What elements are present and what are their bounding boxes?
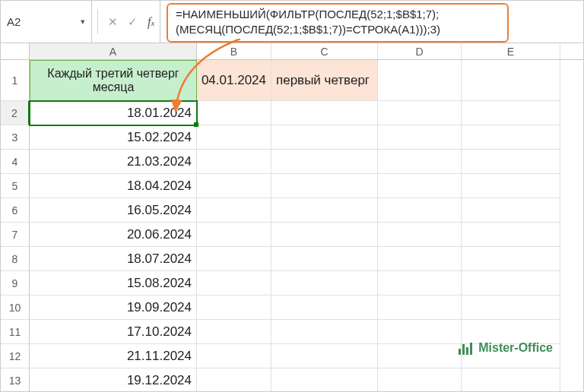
cell-D4[interactable] — [378, 150, 462, 174]
cell-A4[interactable]: 21.03.2024 — [30, 150, 197, 174]
cell-D10[interactable] — [378, 296, 462, 320]
cell-B4[interactable] — [197, 150, 271, 174]
cell-E2[interactable] — [462, 101, 560, 125]
cell-E1[interactable] — [462, 60, 560, 101]
cell-B7[interactable] — [197, 223, 271, 247]
watermark-text: Mister-Office — [478, 341, 553, 355]
col-header-B[interactable]: B — [197, 43, 271, 59]
formula-input[interactable]: =НАИМЕНЬШИЙ(ФИЛЬТР(ПОСЛЕД(52;1;$B$1;7); … — [160, 1, 583, 43]
cell-C9[interactable] — [271, 271, 378, 296]
select-all-corner[interactable] — [1, 43, 30, 59]
cell-B10[interactable] — [197, 296, 271, 320]
row-header-1[interactable]: 1 — [1, 60, 30, 101]
row-2: 18.01.2024 — [30, 101, 583, 125]
row-5: 18.04.2024 — [30, 174, 583, 198]
row-header-4[interactable]: 4 — [1, 150, 30, 174]
row-header-6[interactable]: 6 — [1, 198, 30, 223]
cell-A9[interactable]: 15.08.2024 — [30, 271, 197, 296]
cell-D9[interactable] — [378, 271, 462, 296]
bars-icon — [459, 341, 474, 355]
cell-A11[interactable]: 17.10.2024 — [30, 320, 197, 344]
chevron-down-icon[interactable]: ▾ — [81, 17, 85, 27]
row-header-10[interactable]: 10 — [1, 296, 30, 320]
cell-D7[interactable] — [378, 223, 462, 247]
col-header-C[interactable]: C — [271, 43, 378, 59]
cell-A3[interactable]: 15.02.2024 — [30, 125, 197, 150]
row-header-8[interactable]: 8 — [1, 247, 30, 271]
cell-A6[interactable]: 16.05.2024 — [30, 198, 197, 223]
col-header-E[interactable]: E — [462, 43, 560, 59]
col-header-A[interactable]: A — [30, 43, 197, 59]
row-header-5[interactable]: 5 — [1, 174, 30, 198]
cell-B12[interactable] — [197, 344, 271, 368]
cell-B5[interactable] — [197, 174, 271, 198]
cell-E3[interactable] — [462, 125, 560, 150]
name-box[interactable]: A2 ▾ — [1, 1, 92, 43]
cell-D5[interactable] — [378, 174, 462, 198]
cell-E13[interactable] — [462, 368, 560, 392]
row-header-9[interactable]: 9 — [1, 271, 30, 296]
cell-E6[interactable] — [462, 198, 560, 223]
cell-A5[interactable]: 18.04.2024 — [30, 174, 197, 198]
cell-A8[interactable]: 18.07.2024 — [30, 247, 197, 271]
cell-C3[interactable] — [271, 125, 378, 150]
row-6: 16.05.2024 — [30, 198, 583, 223]
row-header-3[interactable]: 3 — [1, 125, 30, 150]
cell-B6[interactable] — [197, 198, 271, 223]
formula-highlight: =НАИМЕНЬШИЙ(ФИЛЬТР(ПОСЛЕД(52;1;$B$1;7); … — [167, 3, 509, 43]
cell-A1[interactable]: Каждый третий четверг месяца — [30, 60, 197, 101]
cell-A10[interactable]: 19.09.2024 — [30, 296, 197, 320]
row-header-7[interactable]: 7 — [1, 223, 30, 247]
cell-E8[interactable] — [462, 247, 560, 271]
cell-E7[interactable] — [462, 223, 560, 247]
row-header-11[interactable]: 11 — [1, 320, 30, 344]
confirm-icon[interactable]: ✓ — [128, 15, 138, 29]
row-header-13[interactable]: 13 — [1, 368, 30, 392]
cell-C4[interactable] — [271, 150, 378, 174]
cell-C1[interactable]: первый четверг — [271, 60, 378, 101]
cell-D1[interactable] — [378, 60, 462, 101]
cell-A7[interactable]: 20.06.2024 — [30, 223, 197, 247]
cell-E9[interactable] — [462, 271, 560, 296]
cell-C12[interactable] — [271, 344, 378, 368]
cell-D3[interactable] — [378, 125, 462, 150]
cell-E10[interactable] — [462, 296, 560, 320]
cell-B3[interactable] — [197, 125, 271, 150]
cell-D8[interactable] — [378, 247, 462, 271]
cell-E4[interactable] — [462, 150, 560, 174]
cell-E5[interactable] — [462, 174, 560, 198]
row-9: 15.08.2024 — [30, 271, 583, 296]
cell-A12[interactable]: 21.11.2024 — [30, 344, 197, 368]
cell-C6[interactable] — [271, 198, 378, 223]
cell-C10[interactable] — [271, 296, 378, 320]
cell-B2[interactable] — [197, 101, 271, 125]
cell-D13[interactable] — [378, 368, 462, 392]
cell-B11[interactable] — [197, 320, 271, 344]
col-header-D[interactable]: D — [378, 43, 462, 59]
cell-C8[interactable] — [271, 247, 378, 271]
cell-C11[interactable] — [271, 320, 378, 344]
cell-B13[interactable] — [197, 368, 271, 392]
divider — [97, 9, 98, 34]
cancel-icon[interactable]: ✕ — [108, 15, 118, 29]
cell-C5[interactable] — [271, 174, 378, 198]
row-headers: 1 2 3 4 5 6 7 8 9 10 11 12 13 — [1, 60, 30, 392]
cell-C13[interactable] — [271, 368, 378, 392]
cell-B9[interactable] — [197, 271, 271, 296]
formula-line2: (МЕСЯЦ(ПОСЛЕД(52;1;$B$1;7))=СТРОКА(A1)))… — [176, 22, 500, 37]
row-header-2[interactable]: 2 — [1, 101, 30, 125]
cell-D12[interactable] — [378, 344, 462, 368]
cell-B1[interactable]: 04.01.2024 — [197, 60, 271, 101]
cell-C2[interactable] — [271, 101, 378, 125]
cell-D2[interactable] — [378, 101, 462, 125]
cell-D6[interactable] — [378, 198, 462, 223]
cell-B8[interactable] — [197, 247, 271, 271]
formula-actions: ✕ ✓ fx — [92, 1, 160, 43]
row-header-12[interactable]: 12 — [1, 344, 30, 368]
cell-A13[interactable]: 19.12.2024 — [30, 368, 197, 392]
cell-D11[interactable] — [378, 320, 462, 344]
cell-A2[interactable]: 18.01.2024 — [30, 101, 197, 125]
fx-icon[interactable]: fx — [148, 15, 154, 29]
cell-C7[interactable] — [271, 223, 378, 247]
row-3: 15.02.2024 — [30, 125, 583, 150]
